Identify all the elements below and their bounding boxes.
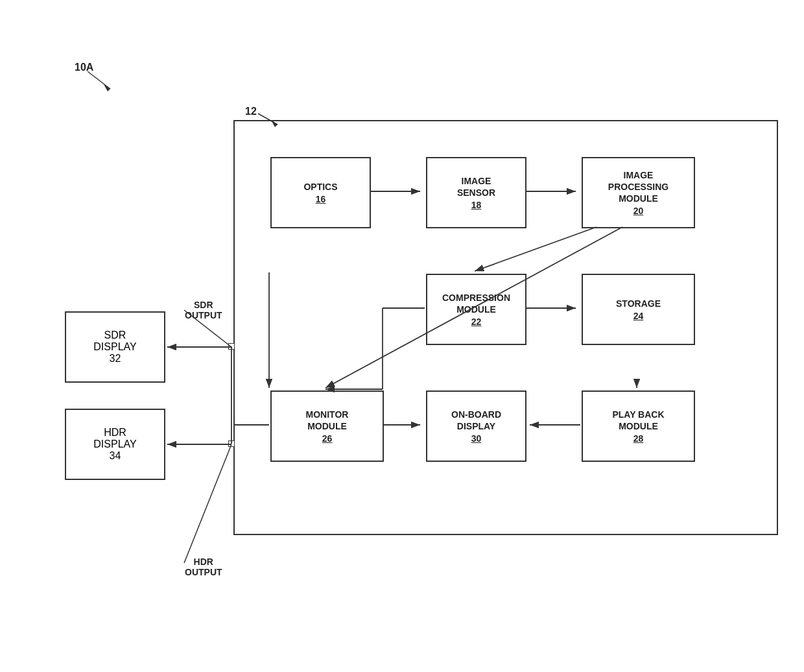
playback-box: PLAY BACKMODULE 28 <box>582 390 695 462</box>
optics-title: OPTICS <box>303 181 337 193</box>
ipm-number: 20 <box>633 206 644 216</box>
diagram: 10A 12 OPTICS 16 IMAGESENSOR 18 IMAGEPRO… <box>0 0 804 672</box>
image-sensor-number: 18 <box>471 200 482 210</box>
junction-sdr <box>228 343 235 350</box>
outer-box: OPTICS 16 IMAGESENSOR 18 IMAGEPROCESSING… <box>233 120 778 535</box>
sdr-display-number: 32 <box>110 353 121 365</box>
storage-box: STORAGE 24 <box>582 274 695 345</box>
svg-line-22 <box>184 444 231 563</box>
onboard-number: 30 <box>471 433 482 444</box>
storage-number: 24 <box>633 311 644 321</box>
sdr-output-label: SDROUTPUT <box>185 300 222 320</box>
svg-line-0 <box>88 71 110 89</box>
compression-title: COMPRESSIONMODULE <box>442 292 510 315</box>
hdr-output-label: HDROUTPUT <box>185 557 222 577</box>
image-sensor-box: IMAGESENSOR 18 <box>426 157 526 228</box>
hdr-display-number: 34 <box>110 450 121 462</box>
hdr-display-box: HDRDISPLAY 34 <box>65 409 165 480</box>
compression-number: 22 <box>471 317 482 327</box>
ipm-title: IMAGEPROCESSINGMODULE <box>608 169 668 205</box>
junction-hdr <box>228 440 235 447</box>
compression-box: COMPRESSIONMODULE 22 <box>426 274 526 345</box>
ipm-box: IMAGEPROCESSINGMODULE 20 <box>582 157 695 228</box>
reference-arrow <box>84 68 117 94</box>
optics-number: 16 <box>316 194 326 204</box>
onboard-title: ON-BOARDDISPLAY <box>451 409 501 432</box>
monitor-box: MONITORMODULE 26 <box>270 390 384 462</box>
optics-box: OPTICS 16 <box>270 157 371 228</box>
monitor-number: 26 <box>322 433 333 444</box>
sdr-display-title: SDRDISPLAY <box>93 330 136 353</box>
onboard-box: ON-BOARDDISPLAY 30 <box>426 390 526 462</box>
playback-number: 28 <box>633 433 644 444</box>
playback-title: PLAY BACKMODULE <box>612 409 664 432</box>
storage-title: STORAGE <box>616 298 661 309</box>
monitor-title: MONITORMODULE <box>306 409 349 432</box>
hdr-display-title: HDRDISPLAY <box>93 427 136 450</box>
sdr-display-box: SDRDISPLAY 32 <box>65 311 165 383</box>
image-sensor-title: IMAGESENSOR <box>457 175 495 198</box>
